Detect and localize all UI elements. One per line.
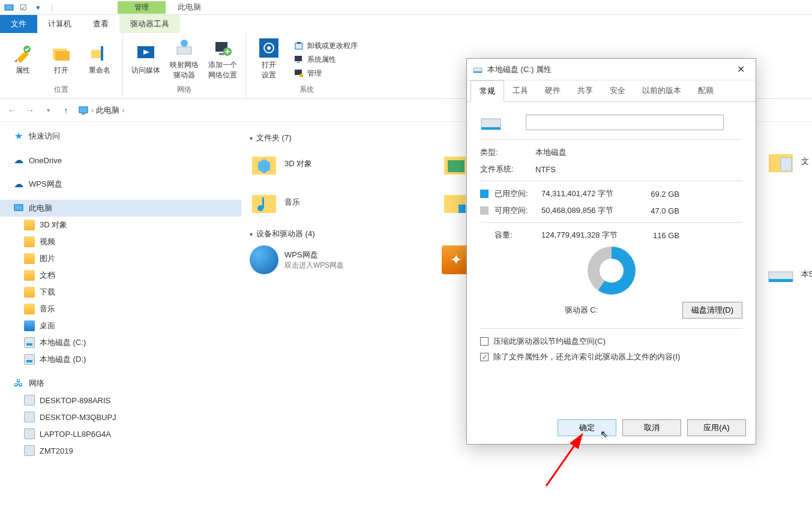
tree-videos[interactable]: 视频 (0, 233, 241, 250)
folder-music-icon (250, 188, 278, 217)
tab-previous-versions[interactable]: 以前的版本 (634, 80, 690, 101)
free-color-swatch (480, 206, 489, 215)
tree-local-disk-d[interactable]: 本地磁盘 (D:) (0, 351, 241, 368)
ribbon-map-drive-button[interactable]: 映射网络 驱动器 (166, 35, 202, 83)
svg-rect-8 (177, 47, 191, 54)
tree-desktop[interactable]: 桌面 (0, 317, 241, 334)
dialog-titlebar[interactable]: 本地磁盘 (C:) 属性 ✕ (467, 59, 756, 80)
tree-network-pc[interactable]: DESKTOP-M3QBUPJ (0, 409, 241, 425)
folder-partial[interactable] (442, 188, 466, 217)
tab-drive-tools[interactable]: 驱动器工具 (119, 15, 180, 33)
nav-recent-dropdown[interactable]: ▾ (42, 107, 54, 113)
pc-icon (24, 445, 35, 456)
dialog-title: 本地磁盘 (C:) 属性 (487, 64, 732, 75)
tree-network-pc[interactable]: LAPTOP-LL8P6G4A (0, 425, 241, 442)
qat-dropdown-icon[interactable]: ▾ (32, 2, 43, 13)
close-button[interactable]: ✕ (732, 64, 750, 75)
nav-back-button[interactable]: ← (6, 106, 18, 115)
tree-local-disk-c[interactable]: 本地磁盘 (C:) (0, 334, 241, 351)
folder-icon (24, 320, 35, 331)
disk-cleanup-button[interactable]: 磁盘清理(D) (682, 302, 742, 319)
tree-documents[interactable]: 文档 (0, 267, 241, 284)
tree-wps[interactable]: ☁WPS网盘 (0, 176, 241, 193)
tab-general[interactable]: 常规 (471, 80, 504, 102)
folder-icon (24, 236, 35, 247)
svg-point-20 (299, 74, 303, 77)
drive-label-input[interactable] (526, 115, 724, 130)
tree-network-pc[interactable]: ZMT2019 (0, 442, 241, 459)
folder-3d-objects[interactable]: 3D 对象 (250, 149, 418, 178)
ribbon-group-label-network: 网络 (177, 83, 191, 96)
drive-icon (24, 354, 35, 365)
tab-quota[interactable]: 配额 (690, 80, 722, 101)
tab-sharing[interactable]: 共享 (569, 80, 601, 101)
tab-file[interactable]: 文件 (0, 15, 37, 33)
ribbon-open-button[interactable]: 打开 (43, 35, 79, 83)
cloud-icon: ☁ (13, 179, 24, 190)
chevron-right-icon[interactable]: › (122, 106, 124, 115)
index-label: 除了文件属性外，还允许索引此驱动器上文件的内容(I) (493, 352, 680, 362)
index-checkbox-row[interactable]: ✓除了文件属性外，还允许索引此驱动器上文件的内容(I) (480, 352, 742, 362)
tab-hardware[interactable]: 硬件 (537, 80, 569, 101)
used-space-gb: 69.2 GB (637, 190, 679, 199)
chevron-right-icon[interactable]: › (91, 106, 94, 115)
disk-usage-chart: 驱动器 C: 磁盘清理(D) (480, 247, 742, 319)
tree-music[interactable]: 音乐 (0, 301, 241, 317)
ribbon-uninstall-button[interactable]: 卸载或更改程序 (294, 41, 358, 51)
cancel-button[interactable]: 取消 (622, 419, 681, 436)
compress-checkbox-row[interactable]: 压缩此驱动器以节约磁盘空间(C) (480, 336, 742, 347)
breadcrumb-thispc[interactable]: 此电脑 (96, 105, 119, 116)
tree-thispc[interactable]: 此电脑 (0, 200, 241, 217)
folder-music[interactable]: 音乐 (250, 188, 418, 217)
folder-partial[interactable]: 文 (766, 147, 812, 176)
tab-computer[interactable]: 计算机 (37, 15, 82, 33)
svg-rect-5 (101, 46, 103, 61)
nav-forward-button[interactable]: → (24, 106, 36, 115)
tree-onedrive[interactable]: ☁OneDrive (0, 152, 241, 169)
chevron-down-icon: ▾ (250, 231, 253, 238)
svg-rect-40 (481, 127, 501, 130)
ribbon-system-properties-button[interactable]: 系统属性 (294, 55, 358, 65)
tree-pictures[interactable]: 图片 (0, 250, 241, 267)
svg-rect-30 (262, 197, 264, 208)
tab-view[interactable]: 查看 (82, 15, 119, 33)
svg-rect-32 (459, 205, 466, 213)
ribbon-group-label-system: 系统 (299, 83, 314, 96)
apply-button[interactable]: 应用(A) (687, 419, 746, 436)
folder-3d-icon (250, 149, 278, 178)
svg-rect-18 (297, 62, 299, 63)
folder-partial[interactable] (442, 149, 466, 178)
checkbox-checked[interactable]: ✓ (480, 353, 489, 361)
tree-network-pc[interactable]: DESKTOP-898ARIS (0, 392, 241, 409)
filesystem-value: NTFS (535, 165, 742, 174)
ribbon-access-media-button[interactable]: 访问媒体 (128, 35, 164, 83)
folder-icon (24, 253, 35, 264)
svg-point-15 (267, 46, 271, 50)
navigation-tree[interactable]: ★快速访问 ☁OneDrive ☁WPS网盘 此电脑 3D 对象 视频 图片 文… (0, 122, 241, 525)
folder-icon (24, 270, 35, 281)
qat-properties-icon[interactable]: ☑ (18, 2, 29, 13)
ribbon-manage-button[interactable]: 管理 (294, 68, 358, 79)
ok-button[interactable]: 确定 (558, 419, 616, 436)
cloud-icon: ☁ (13, 155, 24, 166)
ribbon-group-system: 打开 设置 卸载或更改程序 系统属性 管理 系统 (246, 33, 367, 98)
breadcrumb[interactable]: › 此电脑 › (78, 105, 125, 116)
drive-icon (24, 337, 35, 348)
ribbon-open-settings-button[interactable]: 打开 设置 (251, 35, 287, 83)
tree-downloads[interactable]: 下载 (0, 284, 241, 301)
tree-quick-access[interactable]: ★快速访问 (0, 128, 241, 145)
svg-rect-34 (781, 158, 792, 171)
tree-network[interactable]: 🖧网络 (0, 375, 241, 392)
tree-3d-objects[interactable]: 3D 对象 (0, 217, 241, 233)
tab-tools[interactable]: 工具 (504, 80, 537, 101)
ribbon-group-location: 属性 打开 重命名 位置 (0, 33, 123, 98)
ribbon-add-network-location-button[interactable]: 添加一个 网络位置 (205, 35, 241, 83)
device-wps[interactable]: WPS网盘双击进入WPS网盘 (250, 245, 418, 274)
checkbox-unchecked[interactable] (480, 337, 489, 346)
dialog-tabs: 常规 工具 硬件 共享 安全 以前的版本 配额 (467, 80, 756, 102)
tab-security[interactable]: 安全 (601, 80, 634, 101)
nav-up-button[interactable]: ↑ (60, 106, 72, 115)
device-partial[interactable]: 本5 (766, 260, 812, 289)
ribbon-rename-button[interactable]: 重命名 (82, 35, 118, 83)
ribbon-properties-button[interactable]: 属性 (5, 35, 41, 83)
